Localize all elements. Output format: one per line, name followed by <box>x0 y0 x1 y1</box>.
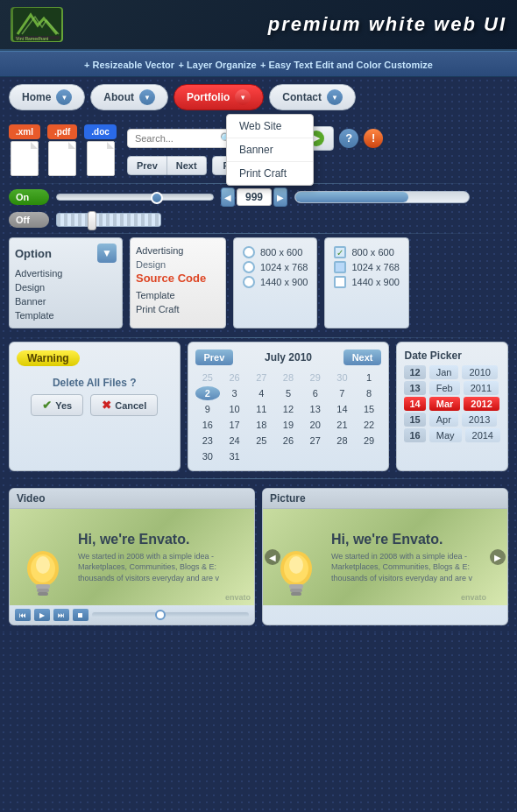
dp-year-0[interactable]: 2010 <box>462 365 497 379</box>
dp-month-1[interactable]: Feb <box>429 381 460 395</box>
option-item-2[interactable]: Banner <box>15 294 117 308</box>
nav-contact-arrow[interactable]: ▼ <box>327 89 343 105</box>
source-advertising[interactable]: Advertising <box>136 244 220 258</box>
dp-num-2[interactable]: 14 <box>404 397 425 411</box>
radio-circle-0[interactable] <box>243 246 255 258</box>
source-template[interactable]: Template <box>136 288 220 302</box>
nav-about-arrow[interactable]: ▼ <box>139 89 155 105</box>
cal-day-26a[interactable]: 26 <box>222 371 247 385</box>
cal-day-28b[interactable]: 28 <box>329 434 355 448</box>
cal-day-7[interactable]: 7 <box>329 386 355 400</box>
cal-day-6[interactable]: 6 <box>302 386 328 400</box>
dp-month-4[interactable]: May <box>429 428 462 442</box>
vc-slider[interactable] <box>92 612 249 618</box>
cal-day-16[interactable]: 16 <box>195 418 221 432</box>
cal-day-15[interactable]: 15 <box>357 402 382 416</box>
cal-day-17[interactable]: 17 <box>222 418 247 432</box>
prev-button[interactable]: Prev <box>127 156 167 175</box>
nav-contact[interactable]: Contact ▼ <box>269 84 356 110</box>
cal-day-30b[interactable]: 30 <box>195 449 221 463</box>
dropdown-item-banner[interactable]: Banner <box>227 138 313 162</box>
dp-num-4[interactable]: 16 <box>404 428 425 442</box>
vc-rewind[interactable]: ⏮ <box>15 609 31 621</box>
cal-day-14[interactable]: 14 <box>329 402 355 416</box>
dp-month-3[interactable]: Apr <box>429 413 458 427</box>
cal-day-13[interactable]: 13 <box>302 402 328 416</box>
cal-day-12[interactable]: 12 <box>276 402 301 416</box>
cal-day-30a[interactable]: 30 <box>329 371 355 385</box>
cal-day-10[interactable]: 10 <box>222 402 247 416</box>
num-decrement[interactable]: ◀ <box>221 187 235 207</box>
radio-item-2[interactable]: 1440 x 900 <box>243 276 308 288</box>
dp-month-0[interactable]: Jan <box>429 365 459 379</box>
cal-day-22[interactable]: 22 <box>357 418 382 432</box>
cal-day-18[interactable]: 18 <box>249 418 274 432</box>
check-item-0[interactable]: ✓ 800 x 600 <box>334 246 399 258</box>
option-item-0[interactable]: Advertising <box>15 266 117 280</box>
cal-day-29b[interactable]: 29 <box>357 434 382 448</box>
option-dropdown-arrow[interactable]: ▼ <box>97 244 117 263</box>
nav-home-arrow[interactable]: ▼ <box>56 89 72 105</box>
question-icon[interactable]: ? <box>339 129 358 148</box>
toggle-on[interactable]: On <box>9 189 49 205</box>
slider-track-1[interactable] <box>56 194 214 201</box>
dp-num-1[interactable]: 13 <box>404 381 425 395</box>
num-increment[interactable]: ▶ <box>273 187 287 207</box>
dp-year-3[interactable]: 2013 <box>462 413 497 427</box>
search-input[interactable] <box>135 133 220 144</box>
next-button[interactable]: Next <box>167 156 207 175</box>
option-item-1[interactable]: Design <box>15 280 117 294</box>
cal-day-20[interactable]: 20 <box>302 418 328 432</box>
nav-portfolio-arrow[interactable]: ▼ <box>235 89 251 105</box>
option-item-3[interactable]: Template <box>15 308 117 322</box>
radio-item-0[interactable]: 800 x 600 <box>243 246 308 258</box>
nav-about[interactable]: About ▼ <box>90 84 168 110</box>
nav-portfolio[interactable]: Portfolio ▼ <box>174 84 264 110</box>
cal-next[interactable]: Next <box>343 350 382 365</box>
dp-year-4[interactable]: 2014 <box>465 428 500 442</box>
cal-day-3[interactable]: 3 <box>222 386 247 400</box>
rugged-slider[interactable] <box>56 213 161 227</box>
xml-badge[interactable]: .xml <box>9 124 40 139</box>
cal-day-1[interactable]: 1 <box>357 371 382 385</box>
cal-day-19[interactable]: 19 <box>276 418 301 432</box>
check-box-0[interactable]: ✓ <box>334 246 346 258</box>
dropdown-item-printcraft[interactable]: Print Craft <box>227 162 313 185</box>
doc-badge[interactable]: .doc <box>84 124 117 139</box>
radio-item-1[interactable]: 1024 x 768 <box>243 261 308 273</box>
vc-stop[interactable]: ⏹ <box>73 609 89 621</box>
yes-button[interactable]: ✔ Yes <box>31 394 83 416</box>
cal-day-31[interactable]: 31 <box>222 449 247 463</box>
num-display[interactable]: 999 <box>237 188 272 206</box>
cal-day-11[interactable]: 11 <box>249 402 274 416</box>
cal-day-2-today[interactable]: 2 <box>195 386 221 400</box>
vc-slider-thumb[interactable] <box>155 610 166 620</box>
check-item-1[interactable]: 1024 x 768 <box>334 261 399 273</box>
cal-day-27a[interactable]: 27 <box>249 371 274 385</box>
vc-forward[interactable]: ⏭ <box>53 609 69 621</box>
vc-play[interactable]: ▶ <box>34 609 50 621</box>
dp-year-2[interactable]: 2012 <box>464 397 499 411</box>
radio-circle-2[interactable] <box>243 276 255 288</box>
rugged-handle[interactable] <box>88 211 96 230</box>
dropdown-item-website[interactable]: Web Site <box>227 115 313 138</box>
cal-day-28a[interactable]: 28 <box>276 371 301 385</box>
dp-year-1[interactable]: 2011 <box>464 381 499 395</box>
cal-day-25b[interactable]: 25 <box>249 434 274 448</box>
radio-circle-1[interactable] <box>243 261 255 273</box>
progress-bar[interactable] <box>294 191 470 203</box>
picture-next-btn[interactable]: ▶ <box>490 549 506 565</box>
pdf-badge[interactable]: .pdf <box>47 124 77 139</box>
cancel-button[interactable]: ✖ Cancel <box>90 394 158 416</box>
search-box[interactable]: 🔍 <box>127 129 241 148</box>
check-box-2[interactable] <box>334 276 346 288</box>
cal-day-27b[interactable]: 27 <box>302 434 328 448</box>
cal-day-9[interactable]: 9 <box>195 402 221 416</box>
slider-thumb-1[interactable] <box>151 192 163 204</box>
cal-day-24[interactable]: 24 <box>222 434 247 448</box>
cal-day-4[interactable]: 4 <box>249 386 274 400</box>
cal-prev[interactable]: Prev <box>195 350 234 365</box>
source-printcraft[interactable]: Print Craft <box>136 302 220 316</box>
cal-day-23[interactable]: 23 <box>195 434 221 448</box>
cal-day-21[interactable]: 21 <box>329 418 355 432</box>
